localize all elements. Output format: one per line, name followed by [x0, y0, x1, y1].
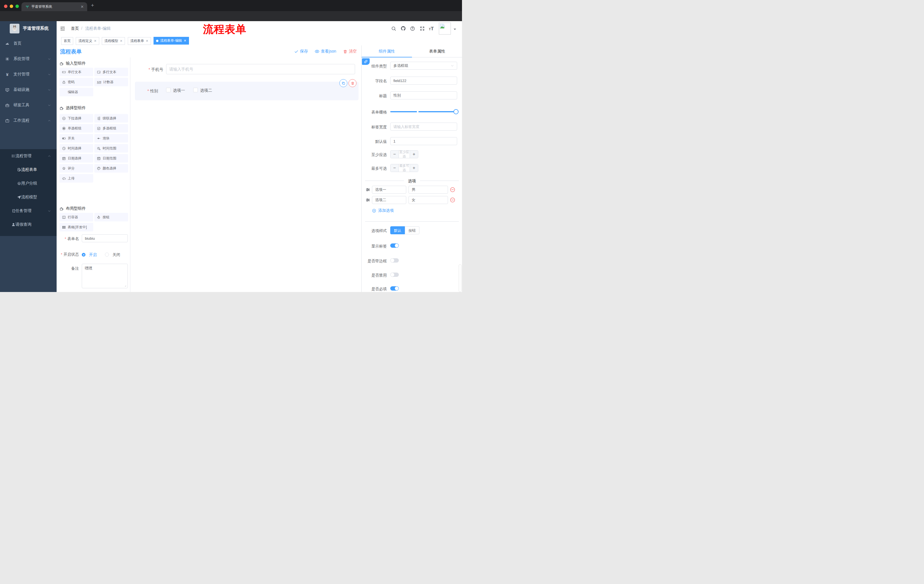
- slider-handle[interactable]: [454, 109, 459, 114]
- phone-field-input[interactable]: [166, 64, 355, 74]
- component-date-range[interactable]: 日期范围: [94, 154, 128, 163]
- sidebar-item-home[interactable]: 首页: [0, 36, 57, 51]
- add-option-button[interactable]: 添加选项: [372, 208, 394, 213]
- checkbox-icon[interactable]: [166, 88, 171, 92]
- style-default-button[interactable]: 默认: [390, 226, 405, 234]
- sidebar-item-user-group[interactable]: 用户分组: [0, 176, 57, 190]
- tab-component-props[interactable]: 组件属性: [361, 45, 412, 57]
- component-row-container[interactable]: 行容器: [59, 213, 93, 221]
- tab-process-model[interactable]: 流程模型✕: [102, 37, 125, 45]
- sidebar-item-devtools[interactable]: 研发工具: [0, 97, 57, 113]
- font-size-icon[interactable]: TT: [429, 26, 434, 32]
- tab-process-definition[interactable]: 流程定义✕: [76, 37, 99, 45]
- clear-button[interactable]: 清空: [343, 49, 357, 54]
- traffic-lights[interactable]: [4, 4, 21, 9]
- component-single-text[interactable]: 单行文本: [59, 68, 93, 76]
- sidebar-item-task-mgmt[interactable]: 任务管理: [0, 204, 57, 218]
- gender-option-1[interactable]: 选项一: [166, 88, 185, 93]
- sidebar-collapse-icon[interactable]: [60, 26, 65, 31]
- option-2-value-input[interactable]: [409, 196, 448, 204]
- sidebar-item-payment[interactable]: ¥ 支付管理: [0, 67, 57, 82]
- view-json-button[interactable]: 查看json: [315, 49, 336, 54]
- tab-home[interactable]: 首页: [61, 37, 73, 45]
- sidebar-item-system[interactable]: 系统管理: [0, 51, 57, 67]
- zoom-window-button[interactable]: [15, 5, 19, 8]
- panel-scrollbar-thumb[interactable]: [459, 264, 462, 292]
- remove-option-icon[interactable]: [450, 187, 455, 192]
- tab-process-form[interactable]: 流程表单✕: [128, 37, 151, 45]
- stepper-decrease-button[interactable]: −: [391, 151, 399, 158]
- type-select[interactable]: 多选框组: [390, 62, 457, 70]
- component-counter[interactable]: 123计数器: [94, 78, 128, 86]
- component-table-dev[interactable]: 表格[开发中]: [59, 223, 93, 232]
- minimize-window-button[interactable]: [10, 5, 13, 8]
- tab-close-icon[interactable]: ✕: [120, 39, 122, 43]
- form-name-input[interactable]: [82, 234, 128, 242]
- remove-option-icon[interactable]: [450, 197, 455, 203]
- help-icon[interactable]: [410, 26, 415, 31]
- stepper-increase-button[interactable]: +: [410, 151, 418, 158]
- component-radio-group[interactable]: 单选框组: [59, 124, 93, 133]
- caret-down-icon[interactable]: [453, 28, 457, 31]
- copy-component-button[interactable]: [339, 79, 347, 87]
- option-2-label-input[interactable]: [372, 196, 406, 204]
- new-tab-icon[interactable]: +: [91, 2, 94, 8]
- stepper-increase-button[interactable]: +: [410, 164, 418, 172]
- component-rate[interactable]: 评分: [59, 164, 93, 173]
- component-time-range[interactable]: 时间范围: [94, 144, 128, 153]
- show-label-toggle-on[interactable]: [390, 243, 399, 248]
- sidebar-item-infra[interactable]: 基础设施: [0, 82, 57, 97]
- option-1-label-input[interactable]: [372, 186, 406, 194]
- github-icon[interactable]: [401, 26, 406, 31]
- avatar[interactable]: [439, 23, 451, 35]
- label-width-input[interactable]: [390, 123, 457, 131]
- form-remark-textarea[interactable]: 嘿嘿: [82, 264, 128, 288]
- component-select[interactable]: 下拉选择: [59, 114, 93, 123]
- default-value-input[interactable]: [390, 137, 457, 145]
- stepper-decrease-button[interactable]: −: [391, 164, 399, 172]
- component-password[interactable]: 密码: [59, 78, 93, 86]
- selected-component-gender[interactable]: 性别 选项一 选项二: [135, 82, 358, 100]
- max-select-value[interactable]: 最多可选: [399, 164, 410, 172]
- tab-close-icon[interactable]: ✕: [94, 39, 96, 43]
- sidebar-item-process-mgmt[interactable]: 流程管理: [0, 149, 57, 163]
- sidebar-item-workflow[interactable]: 工作流程: [0, 113, 57, 128]
- component-slider[interactable]: 滑块: [94, 134, 128, 143]
- style-button-button[interactable]: 按钮: [405, 226, 419, 234]
- component-date-picker[interactable]: 日期选择: [59, 154, 93, 163]
- required-toggle-on[interactable]: [390, 286, 399, 291]
- search-icon[interactable]: [391, 26, 396, 31]
- component-cascader[interactable]: 级联选择: [94, 114, 128, 123]
- browser-tab[interactable]: 芋道管理系统 ✕: [21, 2, 87, 11]
- title-input[interactable]: [390, 91, 457, 99]
- component-switch[interactable]: 开关: [59, 134, 93, 143]
- fullscreen-icon[interactable]: [420, 26, 425, 31]
- tab-form-props[interactable]: 表单属性: [412, 45, 462, 57]
- drag-handle-icon[interactable]: [366, 198, 370, 202]
- checkbox-icon[interactable]: [193, 88, 198, 92]
- tab-close-icon[interactable]: ✕: [81, 5, 84, 9]
- tab-close-icon[interactable]: ✕: [146, 39, 148, 43]
- save-button[interactable]: 保存: [294, 49, 308, 54]
- delete-component-button[interactable]: [348, 79, 356, 87]
- min-select-value[interactable]: 至少应选: [399, 150, 410, 158]
- component-time-picker[interactable]: 时间选择: [59, 144, 93, 153]
- disabled-toggle-off[interactable]: [390, 273, 399, 277]
- radio-open[interactable]: 开启: [82, 252, 97, 257]
- drag-handle-icon[interactable]: [366, 188, 370, 192]
- component-upload[interactable]: 上传: [59, 174, 93, 183]
- sidebar-item-process-form[interactable]: 流程表单: [0, 163, 57, 176]
- radio-closed[interactable]: 关闭: [105, 252, 120, 257]
- gender-option-2[interactable]: 选项二: [193, 88, 212, 93]
- component-button[interactable]: 按钮: [94, 213, 128, 221]
- tab-process-form-edit[interactable]: 流程表单-编辑✕: [153, 37, 189, 44]
- component-checkbox-group[interactable]: 多选框组: [94, 124, 128, 133]
- component-color-picker[interactable]: 颜色选择: [94, 164, 128, 173]
- component-editor[interactable]: 编辑器: [59, 88, 93, 96]
- close-window-button[interactable]: [4, 5, 7, 8]
- sidebar-logo[interactable]: 芋道管理系统: [0, 21, 57, 36]
- breadcrumb-home[interactable]: 首页: [71, 26, 79, 31]
- resize-handle-icon[interactable]: [124, 284, 126, 287]
- form-canvas[interactable]: 手机号 性别 选项一 选项二: [130, 58, 361, 292]
- component-textarea[interactable]: 多行文本: [94, 68, 128, 76]
